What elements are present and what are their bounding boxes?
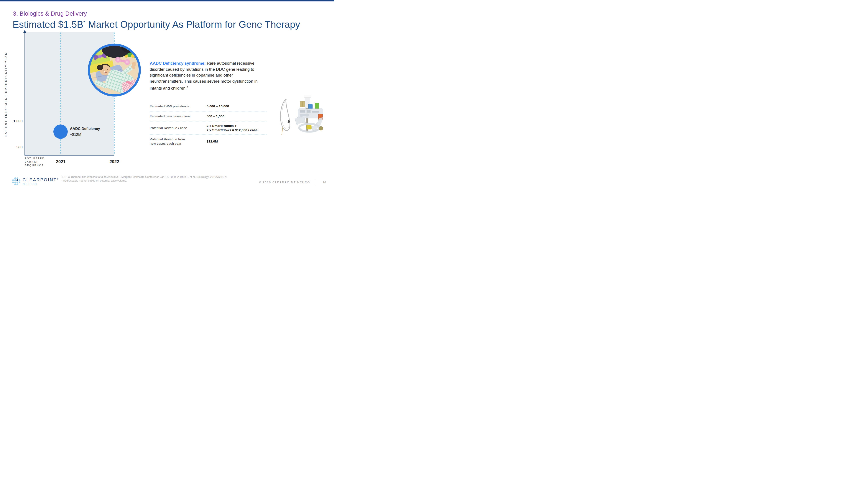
y-tick-500: 500 [7,145,23,150]
page-title: Estimated $1.5B* Market Opportunity As P… [12,19,330,30]
x-axis-caption: ESTIMATED LAUNCH SEQUENCE [25,157,45,167]
page-number: 26 [321,181,326,184]
title-main: Estimated $1.5B [12,19,83,30]
table-row: Estimated new cases / year 500 – 1,000 [150,111,267,121]
x-axis-line [25,155,114,156]
logo-subbrand: NEURO [23,182,59,186]
y-tick-1000: 1,000 [7,119,23,123]
table-row-label: Estimated new cases / year [150,114,207,119]
clearpoint-logo-text: CLEARPOINT® NEURO [23,176,59,186]
x-tick-2021: 2021 [51,159,70,164]
registered-mark-icon: ® [57,178,59,180]
table-row-label: Potential Revenue from new cases each ye… [150,137,207,146]
table-row: Potential Revenue / case 2 x SmartFrames… [150,121,267,134]
patient-photo [88,43,141,97]
table-row: Estimated WW prevalence 5,000 – 10,000 [150,101,267,111]
bubble-value: ~$12M1 [70,132,83,137]
patient-photo-illustration [90,46,139,94]
smartframe-device-image [278,95,326,138]
title-rest: Market Opportunity As Platform for Gene … [85,19,300,30]
footnotes: 1. PTC Therapeutics Webcast at 38th Annu… [61,175,228,183]
bubble-value-text: ~$12M [70,132,81,137]
y-axis-title: PATIENT TREATMENT OPPORTUNITY/YEAR [4,38,9,151]
syndrome-description: AADC Deficiency syndrome: Rare autosomal… [150,60,262,91]
table-row-value: 5,000 – 10,000 [207,104,267,108]
data-bubble-aadc [53,125,68,139]
smartframe-device-illustration [278,95,326,138]
syndrome-description-footnote-ref: 2 [187,86,188,89]
syndrome-description-lead: AADC Deficiency syndrome: [150,61,206,65]
footer-right: © 2020 CLEARPOINT NEURO 26 [259,179,326,185]
copyright-text: © 2020 CLEARPOINT NEURO [259,181,310,184]
y-axis-arrowhead-icon [23,30,26,33]
table-row-value: 2 x SmartFrames + 2 x SmartFlows = $12,0… [207,124,267,132]
bubble-value-footnote-ref: 1 [81,132,83,135]
clearpoint-logo-dots-icon [12,177,21,186]
table-row-value: $12.0M [207,139,267,143]
table-row-label: Potential Revenue / case [150,126,207,130]
table-row-label: Estimated WW prevalence [150,104,207,108]
clearpoint-logo: CLEARPOINT® NEURO [12,176,59,186]
presentation-slide: 3. Biologics & Drug Delivery Estimated $… [0,0,334,188]
footnote-line-2: * Addressable market based on potential … [61,179,228,183]
footer-divider [316,179,316,185]
market-info-table: Estimated WW prevalence 5,000 – 10,000 E… [150,101,267,148]
footnote-line-1: 1. PTC Therapeutics Webcast at 38th Annu… [61,175,228,179]
table-row-value: 500 – 1,000 [207,114,267,119]
top-accent-underline [0,1,334,2]
x-tick-2022: 2022 [104,159,124,164]
logo-wordmark-text: CLEARPOINT [23,177,57,182]
y-axis-line [25,33,25,155]
section-kicker: 3. Biologics & Drug Delivery [13,10,87,17]
table-row: Potential Revenue from new cases each ye… [150,134,267,148]
logo-wordmark: CLEARPOINT® [23,176,59,182]
bubble-label: AADC Deficiency [70,127,100,131]
